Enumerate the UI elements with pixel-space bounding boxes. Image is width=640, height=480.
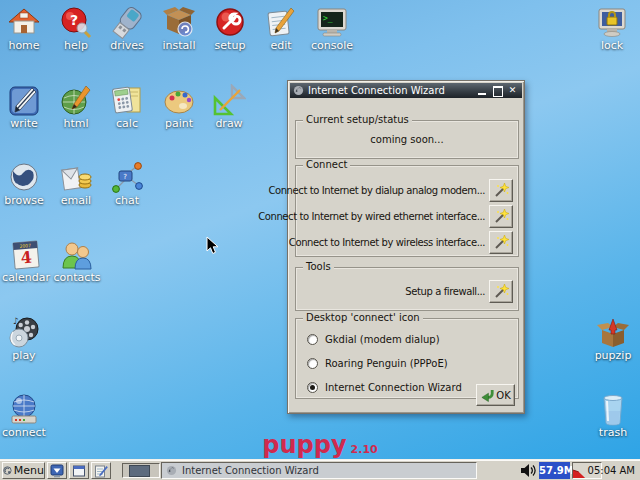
desktop-icon-edit[interactable]: edit [253,6,309,52]
radio-option-roaring-penguin[interactable]: Roaring Penguin (PPPoE) [307,357,448,370]
desktop-icon-drives[interactable]: drives [99,6,155,52]
group-current-setup-status: Current setup/status coming soon... [295,120,519,159]
home-icon [7,6,41,40]
icon-label: chat [99,195,155,207]
radio-button[interactable] [307,358,318,369]
desktop-icon-calendar[interactable]: 20074 calendar [0,238,54,284]
desktop-icon-lock[interactable]: lock [584,6,640,52]
group-tools: Tools Setup a firewall... [295,267,519,311]
group-connect: Connect Connect to Internet by dialup an… [295,165,519,257]
draw-icon [212,84,246,118]
internet-connection-wizard-window: Internet Connection Wizard ✕ Current set… [287,80,525,414]
desktop-icon-write[interactable]: write [0,84,52,130]
group-label: Desktop 'connect' icon [303,312,423,323]
wired-wizard-button[interactable] [489,205,513,228]
icon-label: contacts [49,272,105,284]
desktop-icon-setup[interactable]: setup [202,6,258,52]
icon-label: edit [253,40,309,52]
mouse-cursor [206,236,219,255]
notes-button[interactable] [91,462,111,479]
desktop-icon-calc[interactable]: calc [99,84,155,130]
icon-label: calc [99,118,155,130]
desktop-icon-paint[interactable]: paint [151,84,207,130]
icon-label: html [48,118,104,130]
connect-row-wired: Connect to Internet by wired ethernet in… [258,204,513,228]
paint-icon [162,84,196,118]
icon-label: drives [99,40,155,52]
free-memory-applet[interactable]: 57.9M [539,462,570,479]
pager-active-desktop[interactable] [129,465,150,477]
radio-option-gkdial[interactable]: Gkdial (modem dialup) [307,333,440,346]
drives-icon [110,6,144,40]
desktop-icon-html[interactable]: html [48,84,104,130]
ok-button[interactable]: OK [476,384,515,406]
window-titlebar[interactable]: Internet Connection Wizard ✕ [290,83,522,98]
console-icon: >_ [315,6,349,40]
icon-label: setup [202,40,258,52]
menu-button[interactable]: Menu [2,462,45,479]
status-text: coming soon... [296,134,518,145]
play-icon: ♪ [7,316,41,350]
show-desktop-button[interactable] [47,462,67,479]
maximize-button[interactable] [491,85,504,96]
desktop-icon-help[interactable]: ? help [48,6,104,52]
browse-icon [7,161,41,195]
show-desktop-icon [50,464,64,478]
clock[interactable]: 05:04 AM [581,462,637,479]
group-label: Current setup/status [303,114,412,125]
volume-icon[interactable] [520,463,537,478]
icon-label: play [0,350,52,362]
task-title: Internet Connection Wizard [182,465,319,476]
wand-icon [493,208,510,225]
radio-label: Roaring Penguin (PPPoE) [325,358,448,369]
close-button[interactable]: ✕ [506,85,519,96]
radio-button-selected[interactable] [307,382,318,393]
task-icon [166,465,177,476]
lock-icon [595,6,629,40]
desktop-icon-pupzip[interactable]: pupzip [585,316,640,362]
firewall-label: Setup a firewall... [405,286,485,297]
desktop-icon-chat[interactable]: ? chat [99,161,155,207]
brand-version: 2.10 [351,443,378,456]
desktop-icon-contacts[interactable]: contacts [49,238,105,284]
dialup-wizard-button[interactable] [489,179,513,202]
icon-label: home [0,40,52,52]
window-list-button[interactable] [69,462,89,479]
desktop-icon-play[interactable]: ♪ play [0,316,52,362]
svg-text:4: 4 [20,248,33,268]
taskbar-task-internet-connection-wizard[interactable]: Internet Connection Wizard [161,462,477,479]
minimize-button[interactable] [476,85,489,96]
desktop-pager[interactable] [122,463,160,478]
firewall-wizard-button[interactable] [489,280,513,303]
edit-icon [264,6,298,40]
html-icon [59,84,93,118]
desktop-icon-install[interactable]: install [151,6,207,52]
icon-label: calendar [0,272,54,284]
icon-label: email [48,195,104,207]
desktop-icon-email[interactable]: email [48,161,104,207]
icon-label: browse [0,195,52,207]
desktop-icon-browse[interactable]: browse [0,161,52,207]
wireless-wizard-button[interactable] [489,231,513,254]
help-icon: ? [59,6,93,40]
desktop-icon-home[interactable]: home [0,6,52,52]
radio-option-internet-connection-wizard[interactable]: Internet Connection Wizard [307,381,462,394]
icon-label: install [151,40,207,52]
calc-icon [110,84,144,118]
svg-text:♪: ♪ [13,316,19,326]
svg-text:?: ? [70,12,78,28]
puppy-logo: puppy2.10 [0,431,640,459]
chat-icon: ? [110,161,144,195]
contacts-icon [60,238,94,272]
email-icon [59,161,93,195]
icon-label: pupzip [585,350,640,362]
window-client-area: Current setup/status coming soon... Conn… [290,99,522,411]
desktop-icon-console[interactable]: >_ console [304,6,360,52]
tools-row-firewall: Setup a firewall... [405,279,513,303]
radio-button[interactable] [307,334,318,345]
connect-wireless-label: Connect to Internet by wireless interfac… [289,237,485,248]
connect-row-dialup: Connect to Internet by dialup analog mod… [268,178,513,202]
install-icon [162,6,196,40]
desktop-icon-draw[interactable]: draw [201,84,257,130]
window-title: Internet Connection Wizard [308,85,474,96]
